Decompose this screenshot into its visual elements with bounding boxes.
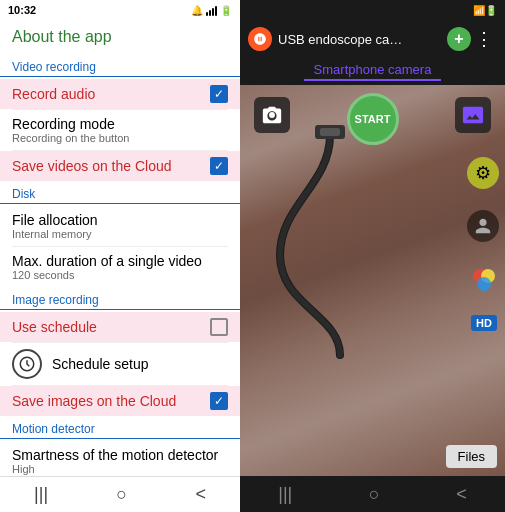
max-duration-sublabel: 120 seconds: [12, 269, 228, 281]
usb-cable-visual: [250, 125, 450, 365]
hd-badge: HD: [471, 315, 497, 331]
gallery-button[interactable]: [455, 97, 491, 133]
recent-apps-button[interactable]: |||: [34, 484, 48, 505]
max-duration-label: Max. duration of a single video: [12, 253, 228, 269]
camera-home-button[interactable]: ○: [369, 484, 380, 505]
status-bar: 10:32 🔔 🔋: [0, 0, 240, 20]
left-nav-bar: ||| ○ <: [0, 476, 240, 512]
alarm-icon: 🔔: [191, 5, 203, 16]
save-videos-cloud-checkbox[interactable]: ✓: [210, 157, 228, 175]
camera-settings-button[interactable]: ⚙: [467, 157, 499, 189]
clock-icon: [12, 349, 42, 379]
record-audio-checkbox[interactable]: ✓: [210, 85, 228, 103]
recording-mode-sublabel: Recording on the button: [12, 132, 228, 144]
camera-topbar: USB endoscope came... + ⋮: [240, 20, 505, 58]
smartness-label: Smartness of the motion detector: [12, 447, 228, 463]
use-schedule-item[interactable]: Use schedule: [0, 312, 240, 342]
save-videos-cloud-label: Save videos on the Cloud: [12, 158, 210, 174]
camera-menu-button[interactable]: ⋮: [471, 28, 497, 50]
signal-icon: [206, 4, 217, 16]
color-effect-button[interactable]: [467, 263, 501, 297]
camera-tab-bar: Smartphone camera: [240, 58, 505, 85]
settings-panel: 10:32 🔔 🔋 About the app Video recording …: [0, 0, 240, 512]
section-header-motion: Motion detector: [0, 416, 240, 439]
file-allocation-item[interactable]: File allocation Internal memory: [0, 206, 240, 246]
recording-mode-item[interactable]: Recording mode Recording on the button: [0, 110, 240, 150]
section-header-image: Image recording: [0, 287, 240, 310]
home-button[interactable]: ○: [116, 484, 127, 505]
record-audio-label: Record audio: [12, 86, 210, 102]
section-header-video: Video recording: [0, 54, 240, 77]
camera-title-text: USB endoscope came...: [278, 32, 408, 47]
file-allocation-label: File allocation: [12, 212, 228, 228]
smartness-item[interactable]: Smartness of the motion detector High: [0, 441, 240, 476]
camera-title-section: USB endoscope came...: [248, 27, 447, 51]
file-allocation-sublabel: Internal memory: [12, 228, 228, 240]
camera-add-button[interactable]: +: [447, 27, 471, 51]
use-schedule-label: Use schedule: [12, 319, 210, 335]
save-videos-cloud-item[interactable]: Save videos on the Cloud ✓: [0, 151, 240, 181]
back-button[interactable]: <: [195, 484, 206, 505]
recording-mode-label: Recording mode: [12, 116, 228, 132]
camera-switch-button[interactable]: [467, 210, 499, 242]
svg-rect-2: [320, 128, 340, 136]
section-header-disk: Disk: [0, 181, 240, 204]
page-title: About the app: [0, 20, 240, 54]
camera-back-button[interactable]: <: [456, 484, 467, 505]
status-icons: 🔔 🔋: [191, 4, 232, 16]
camera-app-icon: [248, 27, 272, 51]
camera-recent-apps-button[interactable]: |||: [278, 484, 292, 505]
camera-nav-bar: ||| ○ <: [240, 476, 505, 512]
camera-viewport: START ⚙ HD Files: [240, 85, 505, 476]
camera-signal-icon: 📶🔋: [473, 5, 497, 16]
schedule-setup-label: Schedule setup: [52, 356, 149, 372]
camera-status-bar: 📶🔋: [240, 0, 505, 20]
save-images-cloud-label: Save images on the Cloud: [12, 393, 210, 409]
files-button[interactable]: Files: [446, 445, 497, 468]
max-duration-item[interactable]: Max. duration of a single video 120 seco…: [0, 247, 240, 287]
status-time: 10:32: [8, 4, 36, 16]
camera-panel: 📶🔋 USB endoscope came... + ⋮ Smartphone …: [240, 0, 505, 512]
smartness-sublabel: High: [12, 463, 228, 475]
svg-point-5: [477, 277, 491, 291]
schedule-setup-item[interactable]: Schedule setup: [0, 343, 240, 385]
record-audio-item[interactable]: Record audio ✓: [0, 79, 240, 109]
save-images-cloud-item[interactable]: Save images on the Cloud ✓: [0, 386, 240, 416]
use-schedule-checkbox[interactable]: [210, 318, 228, 336]
settings-list: Video recording Record audio ✓ Recording…: [0, 54, 240, 476]
battery-icon: 🔋: [220, 5, 232, 16]
smartphone-camera-tab[interactable]: Smartphone camera: [304, 60, 442, 81]
save-images-cloud-checkbox[interactable]: ✓: [210, 392, 228, 410]
